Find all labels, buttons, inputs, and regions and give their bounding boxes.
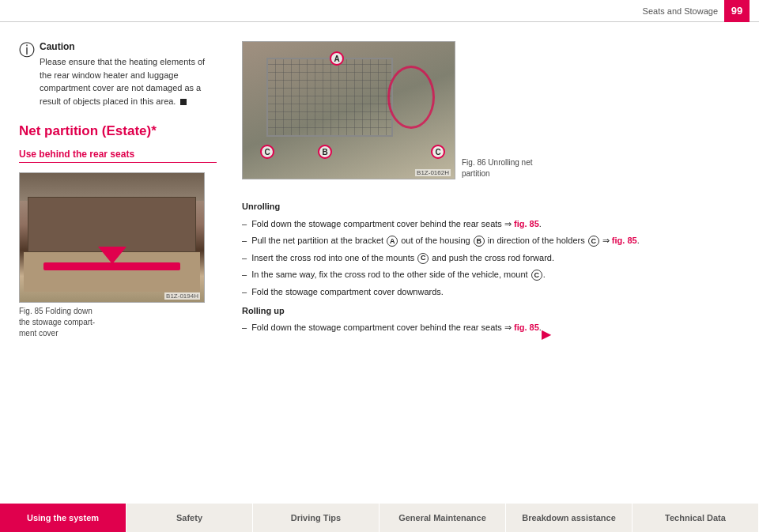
label-C-left: C [260, 145, 274, 159]
fig85-id: B1Z-0194H [164, 292, 200, 300]
section-heading: Net partition (Estate)* [19, 123, 217, 139]
fig86-id: B1Z-0162H [415, 169, 451, 176]
label-A: A [330, 51, 344, 66]
nav-driving-tips[interactable]: Driving Tips [253, 504, 380, 532]
fig86-graphic: A B C C [243, 42, 455, 179]
fig85-arrow [98, 247, 126, 264]
step-5: – Fold the stowage compartment cover dow… [242, 285, 743, 300]
fig85-caption: Fig. 85 Folding down the stowage compart… [19, 306, 205, 339]
left-column: ⓘ Caution Please ensure that the heating… [0, 22, 229, 504]
caution-icon: ⓘ [19, 40, 35, 61]
caution-title: Caution [40, 41, 217, 52]
caution-content: Caution Please ensure that the heating e… [40, 41, 217, 108]
step-1: – Fold down the stowage compartment cove… [242, 217, 743, 232]
top-right-row: A B C C B1Z-0162H Fig. 86 Unrolling net … [242, 41, 743, 187]
page-number: 99 [724, 0, 750, 22]
rolling-up-heading: Rolling up [242, 304, 743, 319]
step-4: – In the same way, fix the cross rod to … [242, 268, 743, 282]
nav-breakdown-assistance[interactable]: Breakdown assistance [506, 504, 632, 532]
bottom-nav: Using the system Safety Driving Tips Gen… [0, 504, 759, 532]
label-B: B [318, 145, 332, 159]
fig86-image: A B C C B1Z-0162H [242, 41, 455, 179]
nav-general-maintenance[interactable]: General Maintenance [380, 504, 506, 532]
fig86-caption: Fig. 86 Unrolling net partition [462, 157, 557, 179]
header-title: Seats and Stowage [0, 6, 724, 16]
next-arrow: ▶ [542, 324, 551, 345]
nav-technical-data[interactable]: Technical Data [632, 504, 759, 532]
caution-end-mark [180, 99, 187, 105]
roll-step-1: – Fold down the stowage compartment cove… [242, 321, 743, 345]
unrolling-heading: Unrolling [242, 200, 743, 214]
step-2: – Pull the net partition at the bracket … [242, 234, 743, 248]
main-content: ⓘ Caution Please ensure that the heating… [0, 22, 759, 504]
rolling-up-steps: – Fold down the stowage compartment cove… [242, 321, 743, 345]
caution-box: ⓘ Caution Please ensure that the heating… [19, 41, 217, 108]
sub-heading: Use behind the rear seats [19, 149, 217, 163]
nav-safety[interactable]: Safety [126, 504, 253, 532]
fig85-interior-graphic [20, 173, 204, 302]
fig85-image: B1Z-0194H [19, 172, 205, 303]
caution-text: Please ensure that the heating elements … [40, 55, 217, 108]
pink-circle-bracket [387, 66, 435, 129]
header-bar: Seats and Stowage 99 [0, 0, 759, 22]
nav-using-system[interactable]: Using the system [0, 504, 126, 532]
right-column: A B C C B1Z-0162H Fig. 86 Unrolling net … [229, 22, 759, 504]
step-3: – Insert the cross rod into one of the m… [242, 251, 743, 266]
instructions: Unrolling – Fold down the stowage compar… [242, 195, 743, 348]
net-grid [266, 58, 393, 137]
unrolling-steps: – Fold down the stowage compartment cove… [242, 217, 743, 300]
label-C-right: C [431, 145, 445, 159]
